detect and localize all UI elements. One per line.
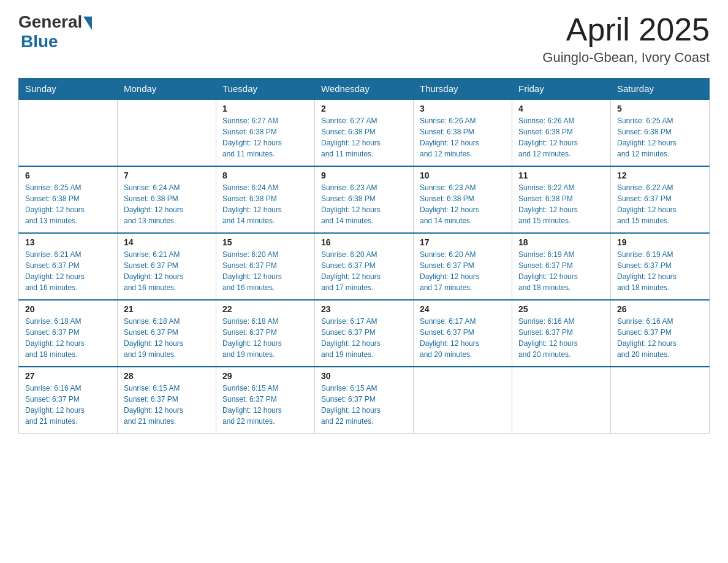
day-number: 12 bbox=[617, 170, 703, 180]
calendar-week-row: 6Sunrise: 6:25 AMSunset: 6:38 PMDaylight… bbox=[19, 166, 710, 233]
day-number: 28 bbox=[124, 371, 210, 381]
day-info: Sunrise: 6:20 AMSunset: 6:37 PMDaylight:… bbox=[321, 249, 407, 293]
day-info: Sunrise: 6:16 AMSunset: 6:37 PMDaylight:… bbox=[617, 316, 703, 360]
calendar-header-row: SundayMondayTuesdayWednesdayThursdayFrid… bbox=[19, 79, 710, 100]
page-header: General Blue April 2025 Guinglo-Gbean, I… bbox=[18, 12, 710, 66]
calendar-cell: 3Sunrise: 6:26 AMSunset: 6:38 PMDaylight… bbox=[414, 99, 512, 166]
day-info: Sunrise: 6:23 AMSunset: 6:38 PMDaylight:… bbox=[420, 182, 506, 226]
calendar-week-row: 20Sunrise: 6:18 AMSunset: 6:37 PMDayligh… bbox=[19, 300, 710, 367]
logo-blue-text: Blue bbox=[21, 32, 58, 52]
day-info: Sunrise: 6:27 AMSunset: 6:38 PMDaylight:… bbox=[222, 115, 308, 159]
calendar-header-tuesday: Tuesday bbox=[216, 79, 315, 100]
day-info: Sunrise: 6:26 AMSunset: 6:38 PMDaylight:… bbox=[518, 115, 604, 159]
calendar-cell bbox=[414, 367, 512, 434]
calendar-cell: 16Sunrise: 6:20 AMSunset: 6:37 PMDayligh… bbox=[315, 233, 414, 300]
calendar-cell: 28Sunrise: 6:15 AMSunset: 6:37 PMDayligh… bbox=[118, 367, 216, 434]
day-number: 11 bbox=[518, 170, 604, 180]
day-number: 10 bbox=[420, 170, 506, 180]
calendar-cell: 7Sunrise: 6:24 AMSunset: 6:38 PMDaylight… bbox=[118, 166, 216, 233]
calendar-cell: 25Sunrise: 6:16 AMSunset: 6:37 PMDayligh… bbox=[512, 300, 611, 367]
day-number: 3 bbox=[420, 104, 506, 113]
calendar-cell: 21Sunrise: 6:18 AMSunset: 6:37 PMDayligh… bbox=[118, 300, 216, 367]
day-number: 23 bbox=[321, 304, 407, 314]
calendar-cell: 26Sunrise: 6:16 AMSunset: 6:37 PMDayligh… bbox=[611, 300, 710, 367]
day-number: 17 bbox=[420, 237, 506, 247]
day-number: 8 bbox=[222, 170, 308, 180]
calendar-header-thursday: Thursday bbox=[414, 79, 512, 100]
calendar-header-sunday: Sunday bbox=[19, 79, 118, 100]
calendar-cell: 11Sunrise: 6:22 AMSunset: 6:38 PMDayligh… bbox=[512, 166, 611, 233]
day-info: Sunrise: 6:26 AMSunset: 6:38 PMDaylight:… bbox=[420, 115, 506, 159]
day-info: Sunrise: 6:25 AMSunset: 6:38 PMDaylight:… bbox=[25, 182, 111, 226]
calendar-cell bbox=[611, 367, 710, 434]
day-info: Sunrise: 6:15 AMSunset: 6:37 PMDaylight:… bbox=[222, 383, 308, 427]
calendar-cell: 24Sunrise: 6:17 AMSunset: 6:37 PMDayligh… bbox=[414, 300, 512, 367]
day-info: Sunrise: 6:24 AMSunset: 6:38 PMDaylight:… bbox=[222, 182, 308, 226]
calendar-cell: 13Sunrise: 6:21 AMSunset: 6:37 PMDayligh… bbox=[19, 233, 118, 300]
calendar-cell bbox=[19, 99, 118, 166]
day-number: 13 bbox=[25, 237, 111, 247]
calendar-cell: 29Sunrise: 6:15 AMSunset: 6:37 PMDayligh… bbox=[216, 367, 315, 434]
day-number: 5 bbox=[617, 104, 703, 113]
day-info: Sunrise: 6:16 AMSunset: 6:37 PMDaylight:… bbox=[25, 383, 111, 427]
day-info: Sunrise: 6:23 AMSunset: 6:38 PMDaylight:… bbox=[321, 182, 407, 226]
day-number: 19 bbox=[617, 237, 703, 247]
day-number: 1 bbox=[222, 104, 308, 113]
calendar-cell: 10Sunrise: 6:23 AMSunset: 6:38 PMDayligh… bbox=[414, 166, 512, 233]
day-number: 18 bbox=[518, 237, 604, 247]
logo-triangle-icon bbox=[83, 17, 92, 30]
day-info: Sunrise: 6:25 AMSunset: 6:38 PMDaylight:… bbox=[617, 115, 703, 159]
calendar-cell: 17Sunrise: 6:20 AMSunset: 6:37 PMDayligh… bbox=[414, 233, 512, 300]
calendar-cell: 20Sunrise: 6:18 AMSunset: 6:37 PMDayligh… bbox=[19, 300, 118, 367]
calendar-header-wednesday: Wednesday bbox=[315, 79, 414, 100]
title-block: April 2025 Guinglo-Gbean, Ivory Coast bbox=[542, 12, 710, 66]
calendar-cell: 15Sunrise: 6:20 AMSunset: 6:37 PMDayligh… bbox=[216, 233, 315, 300]
calendar-week-row: 27Sunrise: 6:16 AMSunset: 6:37 PMDayligh… bbox=[19, 367, 710, 434]
day-number: 29 bbox=[222, 371, 308, 381]
calendar-cell: 8Sunrise: 6:24 AMSunset: 6:38 PMDaylight… bbox=[216, 166, 315, 233]
logo-general-text: General bbox=[18, 12, 82, 32]
calendar-cell: 4Sunrise: 6:26 AMSunset: 6:38 PMDaylight… bbox=[512, 99, 611, 166]
calendar-cell bbox=[118, 99, 216, 166]
calendar-table: SundayMondayTuesdayWednesdayThursdayFrid… bbox=[18, 78, 710, 434]
calendar-week-row: 13Sunrise: 6:21 AMSunset: 6:37 PMDayligh… bbox=[19, 233, 710, 300]
calendar-cell: 12Sunrise: 6:22 AMSunset: 6:37 PMDayligh… bbox=[611, 166, 710, 233]
calendar-cell: 23Sunrise: 6:17 AMSunset: 6:37 PMDayligh… bbox=[315, 300, 414, 367]
day-info: Sunrise: 6:17 AMSunset: 6:37 PMDaylight:… bbox=[321, 316, 407, 360]
day-info: Sunrise: 6:17 AMSunset: 6:37 PMDaylight:… bbox=[420, 316, 506, 360]
calendar-header-friday: Friday bbox=[512, 79, 611, 100]
day-info: Sunrise: 6:19 AMSunset: 6:37 PMDaylight:… bbox=[518, 249, 604, 293]
day-info: Sunrise: 6:22 AMSunset: 6:38 PMDaylight:… bbox=[518, 182, 604, 226]
day-number: 30 bbox=[321, 371, 407, 381]
day-info: Sunrise: 6:22 AMSunset: 6:37 PMDaylight:… bbox=[617, 182, 703, 226]
day-number: 16 bbox=[321, 237, 407, 247]
calendar-cell: 9Sunrise: 6:23 AMSunset: 6:38 PMDaylight… bbox=[315, 166, 414, 233]
calendar-cell: 18Sunrise: 6:19 AMSunset: 6:37 PMDayligh… bbox=[512, 233, 611, 300]
day-number: 24 bbox=[420, 304, 506, 314]
calendar-header-monday: Monday bbox=[118, 79, 216, 100]
day-number: 20 bbox=[25, 304, 111, 314]
day-number: 4 bbox=[518, 104, 604, 113]
calendar-cell: 1Sunrise: 6:27 AMSunset: 6:38 PMDaylight… bbox=[216, 99, 315, 166]
calendar-cell: 22Sunrise: 6:18 AMSunset: 6:37 PMDayligh… bbox=[216, 300, 315, 367]
day-info: Sunrise: 6:19 AMSunset: 6:37 PMDaylight:… bbox=[617, 249, 703, 293]
day-info: Sunrise: 6:20 AMSunset: 6:37 PMDaylight:… bbox=[222, 249, 308, 293]
calendar-location: Guinglo-Gbean, Ivory Coast bbox=[542, 50, 710, 66]
day-info: Sunrise: 6:21 AMSunset: 6:37 PMDaylight:… bbox=[25, 249, 111, 293]
calendar-cell: 6Sunrise: 6:25 AMSunset: 6:38 PMDaylight… bbox=[19, 166, 118, 233]
day-number: 15 bbox=[222, 237, 308, 247]
day-number: 26 bbox=[617, 304, 703, 314]
day-number: 9 bbox=[321, 170, 407, 180]
calendar-cell: 5Sunrise: 6:25 AMSunset: 6:38 PMDaylight… bbox=[611, 99, 710, 166]
day-number: 21 bbox=[124, 304, 210, 314]
day-info: Sunrise: 6:15 AMSunset: 6:37 PMDaylight:… bbox=[321, 383, 407, 427]
calendar-cell bbox=[512, 367, 611, 434]
calendar-week-row: 1Sunrise: 6:27 AMSunset: 6:38 PMDaylight… bbox=[19, 99, 710, 166]
calendar-cell: 2Sunrise: 6:27 AMSunset: 6:38 PMDaylight… bbox=[315, 99, 414, 166]
day-info: Sunrise: 6:20 AMSunset: 6:37 PMDaylight:… bbox=[420, 249, 506, 293]
day-info: Sunrise: 6:18 AMSunset: 6:37 PMDaylight:… bbox=[222, 316, 308, 360]
calendar-cell: 27Sunrise: 6:16 AMSunset: 6:37 PMDayligh… bbox=[19, 367, 118, 434]
calendar-cell: 19Sunrise: 6:19 AMSunset: 6:37 PMDayligh… bbox=[611, 233, 710, 300]
logo: General Blue bbox=[18, 12, 92, 52]
day-number: 25 bbox=[518, 304, 604, 314]
